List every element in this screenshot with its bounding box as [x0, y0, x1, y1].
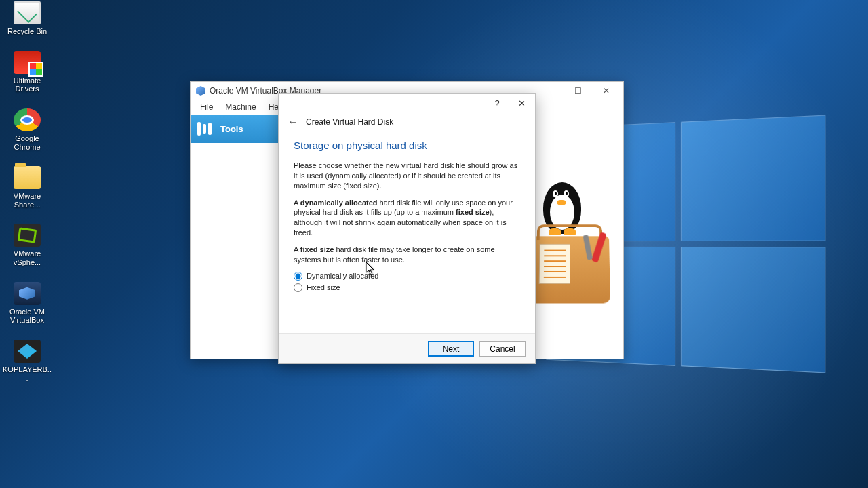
- radio-fixed-size[interactable]: Fixed size: [294, 283, 520, 292]
- radio-input-fixed[interactable]: [294, 283, 302, 292]
- radio-label: Dynamically allocated: [307, 272, 378, 280]
- icon-label: Recycle Bin: [3, 27, 52, 36]
- radio-input-dynamic[interactable]: [294, 272, 302, 281]
- desktop-icon-vmware-vsphere[interactable]: VMware vSphe...: [3, 224, 52, 266]
- minimize-icon: —: [545, 86, 553, 96]
- back-button[interactable]: ←: [287, 116, 299, 128]
- virtualbox-icon: [14, 282, 41, 305]
- close-button[interactable]: ✕: [592, 83, 620, 99]
- menu-file[interactable]: File: [195, 101, 218, 113]
- desktop-icon-ultimate-drivers[interactable]: Ultimate Drivers: [3, 51, 52, 94]
- menu-machine[interactable]: Machine: [220, 101, 261, 113]
- wizard-footer: Next Cancel: [279, 333, 535, 363]
- icon-label: KOPLAYERB...: [3, 365, 52, 382]
- icon-label: Oracle VM VirtualBox: [3, 308, 52, 325]
- desktop-icon-google-chrome[interactable]: Google Chrome: [3, 108, 52, 151]
- radio-label: Fixed size: [307, 283, 340, 291]
- wizard-page-title: Storage on physical hard disk: [294, 140, 520, 151]
- maximize-icon: ☐: [574, 86, 582, 96]
- wizard-header-title: Create Virtual Hard Disk: [306, 117, 393, 127]
- create-virtual-hard-disk-wizard: ? ✕ ← Create Virtual Hard Disk Storage o…: [278, 93, 536, 364]
- tools-icon: [197, 121, 215, 136]
- help-icon: ?: [494, 98, 499, 108]
- chrome-icon: [14, 108, 41, 131]
- desktop-icons: Recycle Bin Ultimate Drivers Google Chro…: [3, 0, 52, 382]
- maximize-button[interactable]: ☐: [564, 83, 592, 99]
- virtualbox-app-icon: [196, 86, 205, 96]
- koplayer-icon: [14, 340, 41, 363]
- drivers-icon: [14, 51, 41, 74]
- icon-label: VMware Share...: [3, 192, 52, 209]
- wizard-paragraph-2: A dynamically allocated hard disk file w…: [294, 198, 520, 238]
- welcome-illustration: [530, 182, 611, 311]
- recycle-bin-icon: [14, 1, 41, 24]
- icon-label: Google Chrome: [3, 134, 52, 151]
- icon-label: VMware vSphe...: [3, 249, 52, 266]
- close-icon: ✕: [603, 86, 610, 96]
- minimize-button[interactable]: —: [535, 83, 564, 99]
- sidebar-item-label: Tools: [220, 124, 243, 134]
- wizard-paragraph-1: Please choose whether the new virtual ha…: [294, 161, 520, 191]
- sidebar-item-tools[interactable]: Tools: [191, 115, 278, 143]
- dialog-titlebar[interactable]: ? ✕: [279, 94, 535, 113]
- folder-icon: [14, 166, 41, 189]
- dialog-close-button[interactable]: ✕: [509, 95, 534, 111]
- icon-label: Ultimate Drivers: [3, 77, 52, 94]
- radio-dynamically-allocated[interactable]: Dynamically allocated: [294, 272, 520, 281]
- wizard-header: ← Create Virtual Hard Disk: [279, 113, 535, 131]
- sidebar: Tools: [191, 115, 279, 359]
- cancel-button[interactable]: Cancel: [479, 341, 526, 357]
- desktop-icon-koplayer[interactable]: KOPLAYERB...: [3, 340, 52, 382]
- help-button[interactable]: ?: [485, 95, 509, 111]
- wizard-paragraph-3: A fixed size hard disk file may take lon…: [294, 245, 520, 265]
- vsphere-icon: [14, 224, 41, 247]
- desktop-icon-recycle-bin[interactable]: Recycle Bin: [3, 1, 52, 36]
- desktop: Recycle Bin Ultimate Drivers Google Chro…: [0, 0, 868, 488]
- arrow-left-icon: ←: [288, 116, 298, 128]
- close-icon: ✕: [518, 98, 526, 108]
- wizard-content: Storage on physical hard disk Please cho…: [279, 131, 535, 333]
- desktop-icon-vmware-share[interactable]: VMware Share...: [3, 166, 52, 209]
- desktop-icon-oracle-vm-virtualbox[interactable]: Oracle VM VirtualBox: [3, 282, 52, 325]
- next-button[interactable]: Next: [428, 341, 474, 357]
- toolbox-icon: [529, 236, 610, 303]
